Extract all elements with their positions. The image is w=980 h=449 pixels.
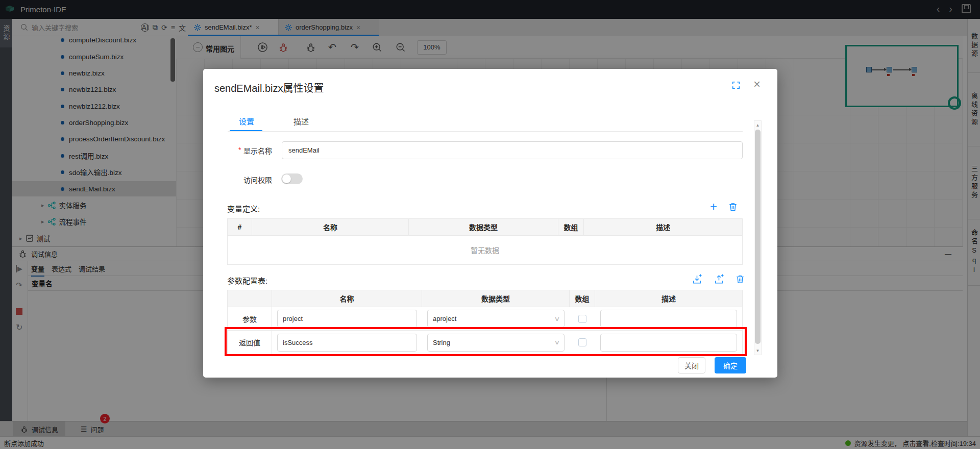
dialog-title: sendEMail.bizx属性设置 — [214, 80, 324, 95]
scroll-up-icon[interactable]: ▲ — [754, 121, 762, 129]
col-header-datatype: 数据类型 — [422, 290, 570, 307]
param-name-value: project — [283, 315, 303, 322]
col-header-array: 数组 — [570, 290, 595, 307]
import-parameters-icon[interactable] — [692, 274, 702, 285]
param-array-checkbox[interactable] — [578, 315, 586, 323]
dialog-tab-description[interactable]: 描述 — [293, 116, 309, 127]
empty-data-text: 暂无数据 — [228, 236, 742, 264]
col-header-name: 名称 — [252, 219, 409, 235]
close-dialog-icon[interactable]: × — [753, 77, 761, 91]
param-name-input[interactable]: project — [277, 310, 417, 328]
add-variable-icon[interactable]: + — [710, 202, 717, 212]
variables-table: # 名称 数据类型 数组 描述 暂无数据 — [227, 218, 743, 265]
col-header-kind — [228, 290, 272, 307]
required-asterisk: * — [238, 146, 241, 154]
variables-section-label: 变量定义: — [227, 203, 260, 214]
display-name-label: 显示名称 — [243, 145, 272, 156]
col-header-array: 数组 — [558, 219, 584, 235]
fullscreen-icon[interactable] — [731, 81, 741, 90]
highlight-annotation-box — [225, 327, 747, 356]
col-header-name: 名称 — [272, 290, 422, 307]
chevron-down-icon: ∨ — [554, 315, 560, 322]
export-parameters-icon[interactable] — [714, 274, 724, 285]
col-header-description: 描述 — [584, 219, 742, 235]
access-permission-toggle[interactable] — [281, 173, 303, 184]
close-button[interactable]: 关闭 — [678, 357, 705, 373]
confirm-button[interactable]: 确定 — [715, 357, 746, 373]
scroll-down-icon[interactable]: ▼ — [754, 347, 762, 354]
col-header-datatype: 数据类型 — [409, 219, 558, 235]
access-permission-label: 访问权限 — [243, 174, 272, 185]
delete-variable-icon[interactable] — [728, 202, 738, 212]
col-header-index: # — [228, 219, 252, 235]
parameters-section-label: 参数配置表: — [227, 275, 267, 286]
display-name-input[interactable]: sendEMail — [282, 141, 743, 159]
display-name-value: sendEMail — [288, 146, 320, 154]
param-datatype-select[interactable]: aproject∨ — [427, 310, 565, 328]
param-description-input[interactable] — [600, 310, 737, 328]
col-header-description: 描述 — [595, 290, 742, 307]
param-datatype-value: aproject — [433, 315, 456, 322]
delete-parameter-icon[interactable] — [736, 275, 745, 284]
tab-divider — [228, 131, 743, 132]
dialog-tab-settings[interactable]: 设置 — [239, 116, 254, 127]
dialog-scrollbar-thumb[interactable] — [755, 130, 761, 344]
